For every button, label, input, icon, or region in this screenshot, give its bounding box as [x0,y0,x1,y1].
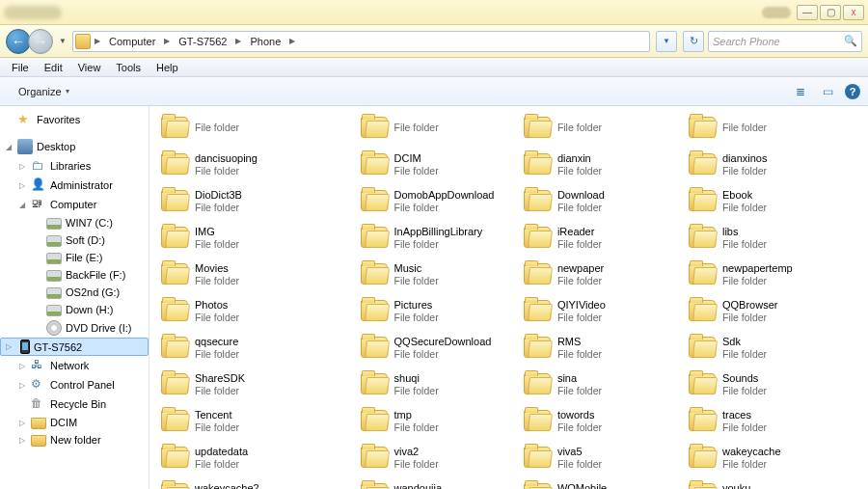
folder-item[interactable]: TencentFile folder [157,403,349,438]
folder-item[interactable]: wakeycacheFile folder [685,440,860,475]
breadcrumb[interactable]: GT-S7562 [174,32,231,51]
search-box[interactable]: Search Phone 🔍 [708,31,862,52]
minimize-button[interactable]: — [797,5,818,20]
folder-item[interactable]: viva5File folder [520,440,677,475]
menu-edit[interactable]: Edit [37,60,70,75]
tree-drive[interactable]: BackFile (F:) [0,266,149,284]
folder-item[interactable]: SoundsFile folder [685,367,860,401]
item-type: File folder [557,238,602,250]
preview-pane-button[interactable]: ▭ [818,82,837,101]
folder-item[interactable]: DownloadFile folder [520,183,677,218]
folder-item[interactable]: towordsFile folder [520,403,677,438]
folder-item[interactable]: MoviesFile folder [157,257,349,291]
chevron-right-icon[interactable]: ▶ [93,37,102,45]
tree-admin[interactable]: ▷👤Administrator [0,176,149,195]
folder-item[interactable]: iReaderFile folder [520,220,677,255]
item-type: File folder [557,421,602,433]
folder-item[interactable]: PhotosFile folder [157,293,349,328]
tree-drive[interactable]: File (E:) [0,249,149,266]
folder-icon [161,447,188,468]
folder-item[interactable]: File folder [685,110,860,145]
breadcrumb[interactable]: Computer [104,32,160,51]
tree-drive[interactable]: ▷GT-S7562 [0,338,149,356]
folder-item[interactable]: File folder [157,110,349,145]
folder-item[interactable]: WQMobileFile folder [520,476,677,489]
tree-control-panel[interactable]: ▷⚙Control Panel [0,375,149,394]
tree-libraries[interactable]: ▷🗀Libraries [0,156,149,176]
item-type: File folder [557,122,602,133]
tree-drive[interactable]: Soft (D:) [0,231,149,249]
folder-item[interactable]: tmpFile folder [357,403,512,438]
tree-folder[interactable]: ▷DCIM [0,414,149,431]
folder-item[interactable]: File folder [520,110,677,145]
folder-item[interactable]: qqsecureFile folder [157,330,349,365]
refresh-button[interactable]: ↻ [683,31,704,52]
folder-icon [161,227,188,248]
folder-item[interactable]: dianxinFile folder [520,147,677,181]
folder-item[interactable]: PicturesFile folder [357,293,512,328]
organize-button[interactable]: Organize ▾ [8,82,80,101]
close-button[interactable]: x [843,5,864,20]
tree-drive[interactable]: DVD Drive (I:) [0,318,149,338]
nav-history-dropdown[interactable]: ▼ [57,32,68,51]
folder-item[interactable]: youkuFile folder [685,476,860,489]
chevron-right-icon[interactable]: ▶ [287,37,297,45]
folder-item[interactable]: newpapertempFile folder [685,257,860,291]
folder-item[interactable]: QQSecureDownloadFile folder [357,330,512,365]
folder-item[interactable]: tracesFile folder [685,403,860,438]
tree-folder[interactable]: ▷New folder [0,431,149,448]
folder-item[interactable]: libsFile folder [685,220,860,255]
tree-drive[interactable]: WIN7 (C:) [0,214,149,231]
tree-label: OS2nd (G:) [66,286,120,298]
help-button[interactable]: ? [845,84,860,99]
folder-item[interactable]: QIYIVideoFile folder [520,293,677,328]
menu-tools[interactable]: Tools [108,60,149,75]
folder-item[interactable]: wandoujiaFile folder [357,476,512,489]
chevron-right-icon[interactable]: ▶ [233,37,243,45]
maximize-button[interactable]: ▢ [820,5,841,20]
tree-network[interactable]: ▷🖧Network [0,356,149,375]
folder-item[interactable]: dancisuopingFile folder [157,147,349,181]
folder-item[interactable]: shuqiFile folder [357,367,512,401]
menu-help[interactable]: Help [149,60,186,75]
folder-item[interactable]: updatedataFile folder [157,440,349,475]
chevron-right-icon[interactable]: ▶ [162,37,172,45]
folder-item[interactable]: DCIMFile folder [357,147,512,181]
folder-item[interactable]: MusicFile folder [357,257,512,291]
tree-favorites[interactable]: ★Favorites [0,110,149,129]
folder-item[interactable]: SdkFile folder [685,330,860,365]
folder-item[interactable]: wakeycache2File folder [157,476,349,489]
item-name: Photos [195,299,239,312]
drive-icon [46,305,62,316]
nav-forward-button[interactable]: → [28,29,53,54]
folder-icon [161,483,188,489]
folder-item[interactable]: QQBrowserFile folder [685,293,860,328]
address-bar[interactable]: ▶ Computer ▶ GT-S7562 ▶ Phone ▶ [72,31,650,52]
folder-item[interactable]: DioDict3BFile folder [157,183,349,218]
menu-file[interactable]: File [4,60,37,75]
tree-drive[interactable]: OS2nd (G:) [0,284,149,301]
folder-item[interactable]: File folder [357,110,512,145]
tree-computer[interactable]: ◢🖳Computer [0,195,149,214]
breadcrumb[interactable]: Phone [245,32,285,51]
tree-drive[interactable]: Down (H:) [0,301,149,318]
folder-item[interactable]: sinaFile folder [520,367,677,401]
folder-item[interactable]: IMGFile folder [157,220,349,255]
refresh-button[interactable]: ▼ [656,31,677,52]
folder-item[interactable]: ShareSDKFile folder [157,367,349,401]
folder-item[interactable]: viva2File folder [357,440,512,475]
item-name: towords [557,409,602,421]
menu-view[interactable]: View [70,60,109,75]
tree-recycle-bin[interactable]: 🗑Recycle Bin [0,394,149,414]
folder-item[interactable]: newpaperFile folder [520,257,677,291]
folder-item[interactable]: EbookFile folder [685,183,860,218]
item-name: sina [557,372,602,385]
tree-desktop[interactable]: ◢Desktop [0,137,149,156]
items-view[interactable]: File folderFile folderFile folderFile fo… [149,106,868,489]
folder-item[interactable]: RMSFile folder [520,330,677,365]
view-options-button[interactable]: ≣ [791,82,810,101]
folder-item[interactable]: InAppBillingLibraryFile folder [357,220,512,255]
folder-item[interactable]: dianxinosFile folder [685,147,860,181]
recycle-bin-icon: 🗑 [31,396,46,412]
folder-item[interactable]: DomobAppDownloadFile folder [357,183,512,218]
